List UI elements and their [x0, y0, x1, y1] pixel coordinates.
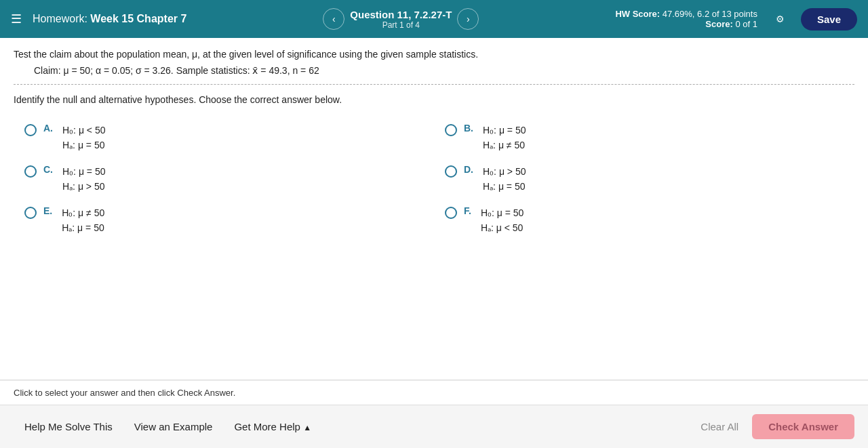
option-b[interactable]: B.H₀: μ = 50Hₐ: μ ≠ 50 — [434, 117, 854, 159]
option-d[interactable]: D.H₀: μ > 50Hₐ: μ = 50 — [434, 159, 854, 200]
footer: Help Me Solve This View an Example Get M… — [0, 405, 868, 448]
option-a[interactable]: A.H₀: μ < 50Hₐ: μ = 50 — [14, 117, 434, 159]
option-content-a: H₀: μ < 50Hₐ: μ = 50 — [62, 123, 105, 153]
question-nav: ‹ Question 11, 7.2.27-T Part 1 of 4 › — [323, 8, 479, 30]
breadcrumb: Homework: Week 15 Chapter 7 — [33, 13, 186, 25]
prev-question-button[interactable]: ‹ — [323, 8, 344, 30]
settings-icon[interactable]: ⚙ — [768, 7, 793, 31]
bottom-instruction: Click to select your answer and then cli… — [0, 380, 868, 405]
option-letter-a: A. — [43, 123, 53, 134]
divider — [14, 84, 854, 85]
next-question-button[interactable]: › — [457, 8, 479, 30]
option-content-e: H₀: μ ≠ 50Hₐ: μ = 50 — [62, 205, 104, 236]
view-example-button[interactable]: View an Example — [123, 415, 224, 438]
question-part: Part 1 of 4 — [350, 20, 452, 30]
radio-f[interactable] — [445, 207, 457, 219]
option-letter-e: E. — [43, 205, 52, 216]
option-letter-f: F. — [464, 205, 471, 216]
option-letter-b: B. — [464, 123, 473, 134]
main-content: Test the claim about the population mean… — [0, 38, 868, 380]
option-content-d: H₀: μ > 50Hₐ: μ = 50 — [483, 164, 526, 195]
help-me-solve-button[interactable]: Help Me Solve This — [14, 415, 123, 438]
question-info: Question 11, 7.2.27-T Part 1 of 4 — [350, 9, 452, 30]
option-content-b: H₀: μ = 50Hₐ: μ ≠ 50 — [483, 123, 526, 153]
header: ☰ Homework: Week 15 Chapter 7 ‹ Question… — [0, 0, 868, 38]
options-grid: A.H₀: μ < 50Hₐ: μ = 50B.H₀: μ = 50Hₐ: μ … — [14, 117, 854, 241]
score-display: HW Score: 47.69%, 6.2 of 13 points Score… — [615, 9, 757, 29]
radio-c[interactable] — [24, 165, 37, 178]
radio-e[interactable] — [24, 207, 37, 219]
option-letter-c: C. — [43, 164, 53, 175]
save-button[interactable]: Save — [801, 8, 857, 30]
option-c[interactable]: C.H₀: μ = 50Hₐ: μ > 50 — [14, 159, 434, 200]
option-letter-d: D. — [464, 164, 473, 175]
problem-text: Test the claim about the population mean… — [14, 49, 854, 60]
radio-d[interactable] — [445, 165, 457, 178]
radio-b[interactable] — [445, 124, 457, 136]
radio-a[interactable] — [24, 124, 37, 136]
option-f[interactable]: F.H₀: μ = 50Hₐ: μ < 50 — [434, 200, 854, 241]
option-content-c: H₀: μ = 50Hₐ: μ > 50 — [62, 164, 105, 195]
option-content-f: H₀: μ = 50Hₐ: μ < 50 — [481, 205, 524, 236]
get-more-help-button[interactable]: Get More Help ▲ — [223, 415, 322, 438]
clear-all-button[interactable]: Clear All — [687, 415, 752, 438]
chevron-up-icon: ▲ — [303, 423, 311, 432]
menu-icon[interactable]: ☰ — [11, 12, 22, 26]
option-e[interactable]: E.H₀: μ ≠ 50Hₐ: μ = 50 — [14, 200, 434, 241]
claim-text: Claim: μ = 50; α = 0.05; σ = 3.26. Sampl… — [34, 65, 854, 76]
check-answer-button[interactable]: Check Answer — [752, 414, 854, 439]
question-instruction: Identify the null and alternative hypoth… — [14, 94, 854, 105]
